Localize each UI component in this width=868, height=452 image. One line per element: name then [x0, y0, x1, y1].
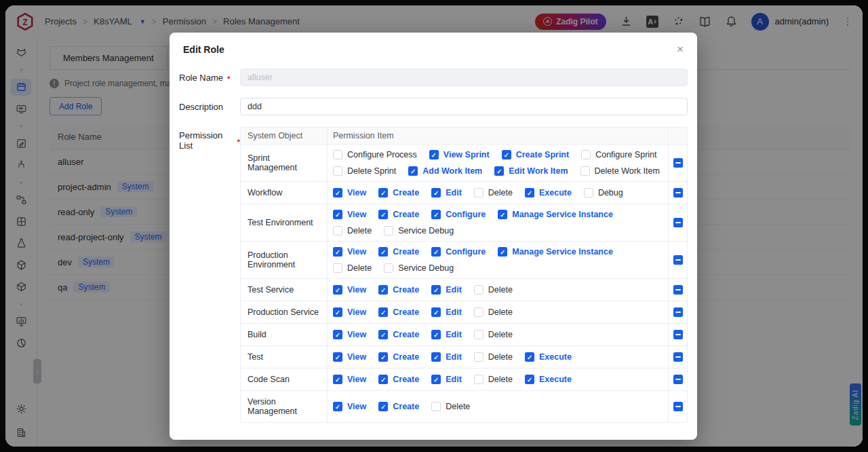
row-select-all-checkbox[interactable] — [673, 188, 683, 197]
permission-checkbox[interactable]: View — [333, 375, 366, 384]
permission-label: View — [347, 285, 366, 295]
permission-label: View — [347, 402, 366, 411]
row-select-all-checkbox[interactable] — [673, 158, 683, 168]
checkbox-unchecked-icon — [474, 375, 484, 384]
system-object-cell: Workflow — [241, 182, 328, 204]
permission-row: Test ServiceViewCreateEditDelete — [241, 278, 687, 301]
permission-label: Delete — [488, 285, 513, 295]
permission-checkbox[interactable]: Service Debug — [384, 226, 454, 236]
permission-checkbox[interactable]: Create — [378, 210, 419, 219]
row-select-all-checkbox[interactable] — [673, 352, 683, 362]
permission-checkbox[interactable]: View Sprint — [429, 150, 490, 159]
permission-checkbox[interactable]: Delete — [431, 402, 470, 411]
permission-checkbox[interactable]: Delete — [333, 263, 372, 273]
permission-checkbox[interactable]: Edit — [431, 330, 462, 339]
permission-label: Delete — [488, 307, 513, 317]
system-object-cell: Build — [241, 324, 328, 345]
row-select-all-checkbox[interactable] — [673, 402, 683, 411]
permission-checkbox[interactable]: Configure Process — [333, 150, 417, 159]
checkbox-checked-icon — [378, 285, 388, 295]
checkbox-checked-icon — [408, 166, 418, 176]
permission-checkbox[interactable]: Delete Sprint — [333, 166, 396, 176]
permission-checkbox[interactable]: Create — [378, 375, 419, 384]
permission-checkbox[interactable]: View — [333, 307, 366, 317]
permission-checkbox[interactable]: Configure — [431, 247, 486, 257]
permission-checkbox[interactable]: Edit — [431, 188, 462, 197]
permission-checkbox[interactable]: Delete — [474, 307, 513, 317]
checkbox-checked-icon — [431, 285, 441, 295]
permission-items-cell: Configure ProcessView SprintCreate Sprin… — [328, 145, 669, 181]
permission-checkbox[interactable]: Delete — [474, 352, 513, 362]
row-select-all-checkbox[interactable] — [673, 285, 683, 295]
permission-checkbox[interactable]: Delete — [474, 188, 513, 197]
permission-checkbox[interactable]: Create Sprint — [502, 150, 570, 159]
permission-checkbox[interactable]: Edit Work Item — [494, 166, 568, 176]
permission-checkbox[interactable]: Delete — [333, 226, 372, 236]
permission-checkbox[interactable]: Create — [378, 307, 419, 317]
permission-checkbox[interactable]: View — [333, 247, 366, 257]
permission-checkbox[interactable]: Service Debug — [384, 263, 454, 273]
permission-checkbox[interactable]: Create — [378, 247, 419, 257]
permission-label: Service Debug — [398, 226, 454, 236]
checkbox-unchecked-icon — [474, 188, 484, 197]
permission-checkbox[interactable]: Edit — [431, 285, 462, 295]
checkbox-checked-icon — [431, 188, 441, 197]
permission-checkbox[interactable]: Execute — [525, 352, 572, 362]
permission-label: Delete — [488, 375, 513, 384]
permission-label: View — [347, 307, 366, 317]
permission-table-header: System Object Permission Item — [241, 128, 687, 144]
permission-checkbox[interactable]: Edit — [431, 307, 462, 317]
permission-checkbox[interactable]: Edit — [431, 352, 462, 362]
checkbox-unchecked-icon — [333, 166, 342, 176]
permission-checkbox[interactable]: Debug — [584, 188, 623, 197]
system-object-column-header: System Object — [241, 128, 328, 144]
row-select-all-checkbox[interactable] — [673, 375, 683, 384]
permission-checkbox[interactable]: View — [333, 402, 366, 411]
row-select-all-checkbox[interactable] — [673, 307, 683, 317]
permission-checkbox[interactable]: Edit — [431, 375, 462, 384]
permission-checkbox[interactable]: View — [333, 210, 366, 219]
row-select-all-checkbox[interactable] — [673, 330, 683, 339]
permission-label: View — [347, 188, 366, 197]
permission-checkbox[interactable]: Execute — [525, 375, 572, 384]
permission-checkbox[interactable]: Manage Service Instance — [498, 247, 613, 257]
permission-checkbox[interactable]: Configure — [431, 210, 486, 219]
checkbox-unchecked-icon — [384, 263, 393, 273]
permission-label: Edit — [446, 188, 462, 197]
permission-checkbox[interactable]: Manage Service Instance — [498, 210, 613, 219]
permission-label: View — [347, 330, 366, 339]
row-select-all-checkbox[interactable] — [673, 218, 683, 227]
description-input[interactable] — [240, 98, 688, 115]
permission-checkbox[interactable]: Add Work Item — [408, 166, 482, 176]
role-name-input[interactable] — [240, 69, 688, 86]
permission-checkbox[interactable]: Delete Work Item — [580, 166, 660, 176]
permission-checkbox[interactable]: Create — [378, 188, 419, 197]
checkbox-checked-icon — [431, 247, 441, 257]
permission-checkbox[interactable]: View — [333, 330, 366, 339]
permission-checkbox[interactable]: Delete — [474, 330, 513, 339]
permission-label: Configure — [446, 247, 486, 257]
permission-row: Version ManagementViewCreateDelete — [241, 390, 687, 422]
permission-checkbox[interactable]: Create — [378, 402, 419, 411]
permission-checkbox[interactable]: View — [333, 352, 366, 362]
permission-checkbox[interactable]: Delete — [474, 285, 513, 295]
checkbox-checked-icon — [378, 247, 388, 257]
permission-checkbox[interactable]: Create — [378, 330, 419, 339]
permission-checkbox[interactable]: View — [333, 188, 366, 197]
permission-label: Edit — [446, 307, 462, 317]
permission-checkbox[interactable]: View — [333, 285, 366, 295]
close-icon[interactable]: × — [677, 43, 684, 55]
permission-checkbox[interactable]: Delete — [474, 375, 513, 384]
permission-checkbox[interactable]: Create — [378, 352, 419, 362]
checkbox-unchecked-icon — [581, 150, 591, 159]
checkbox-checked-icon — [431, 210, 441, 219]
permission-label: Delete Work Item — [595, 166, 660, 176]
permission-label: Configure Sprint — [595, 150, 656, 159]
checkbox-checked-icon — [378, 307, 388, 317]
required-dot: • — [227, 73, 231, 83]
permission-label: Create — [393, 285, 419, 295]
permission-checkbox[interactable]: Configure Sprint — [581, 150, 656, 159]
permission-checkbox[interactable]: Execute — [525, 188, 572, 197]
row-select-all-checkbox[interactable] — [673, 255, 683, 265]
permission-checkbox[interactable]: Create — [378, 285, 419, 295]
